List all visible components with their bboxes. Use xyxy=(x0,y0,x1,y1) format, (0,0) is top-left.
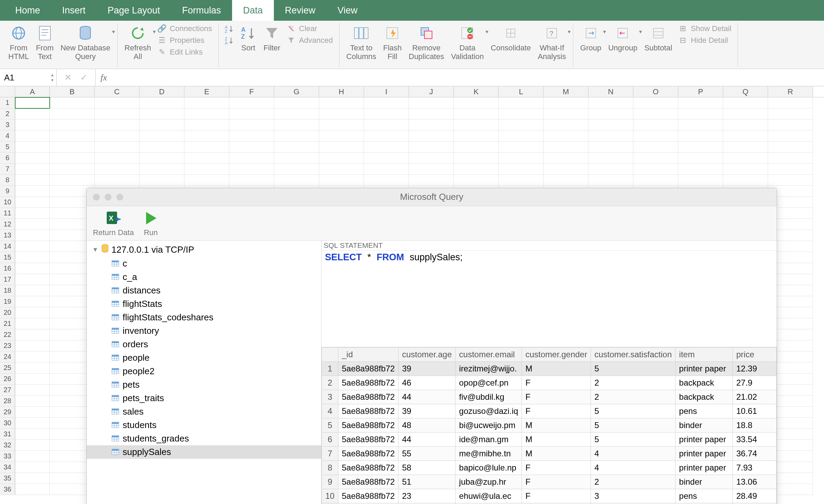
consolidate-button[interactable]: Consolidate xyxy=(487,23,534,54)
cell[interactable] xyxy=(588,164,633,175)
cell[interactable] xyxy=(768,119,813,130)
subtotal-button[interactable]: Subtotal xyxy=(641,23,676,54)
column-header[interactable]: R xyxy=(768,86,813,97)
tree-table-item[interactable]: flightStats_codeshares xyxy=(87,311,321,324)
row-header[interactable]: 29 xyxy=(0,407,15,418)
cell[interactable] xyxy=(319,130,364,142)
result-cell[interactable]: 5ae8a988fb72 xyxy=(338,489,399,503)
cell[interactable] xyxy=(723,130,768,142)
column-header[interactable]: P xyxy=(678,86,723,97)
cell[interactable] xyxy=(274,108,319,119)
row-header[interactable]: 10 xyxy=(0,197,15,208)
cell[interactable] xyxy=(15,318,50,329)
cell[interactable] xyxy=(499,175,544,186)
cell[interactable] xyxy=(723,119,768,130)
result-cell[interactable]: 2 xyxy=(591,390,676,404)
result-row[interactable]: 85ae8a988fb7258bapico@lule.npF4printer p… xyxy=(322,461,777,475)
cell[interactable] xyxy=(364,97,409,108)
sort-button[interactable]: AZ Sort xyxy=(237,23,260,54)
row-header[interactable]: 23 xyxy=(0,340,15,351)
tree-table-item[interactable]: people xyxy=(87,351,321,365)
run-button[interactable]: Run xyxy=(142,210,160,237)
what-if-button[interactable]: ?▼What-If Analysis xyxy=(534,23,569,63)
filter-button[interactable]: Filter xyxy=(260,23,284,54)
cell[interactable] xyxy=(364,164,409,175)
tree-table-item[interactable]: flightStats xyxy=(87,297,321,311)
cell[interactable] xyxy=(633,108,678,119)
cell[interactable] xyxy=(588,97,633,108)
result-cell[interactable]: 23 xyxy=(399,489,456,503)
row-header[interactable]: 19 xyxy=(0,296,15,307)
cell[interactable] xyxy=(319,97,364,108)
column-header[interactable]: E xyxy=(184,86,229,97)
cell[interactable] xyxy=(633,164,678,175)
data-validation-button[interactable]: ▼Data Validation xyxy=(448,23,487,63)
cell[interactable] xyxy=(15,252,50,263)
result-cell[interactable]: M xyxy=(522,447,591,461)
cell[interactable] xyxy=(95,119,140,130)
cell[interactable] xyxy=(140,130,184,142)
result-cell[interactable]: 4 xyxy=(591,461,676,475)
cell[interactable] xyxy=(499,119,544,130)
cell[interactable] xyxy=(723,153,768,164)
result-cell[interactable]: 5ae8a988fb72 xyxy=(338,461,399,475)
result-column-header[interactable]: customer.satisfaction xyxy=(591,348,676,362)
cell[interactable] xyxy=(454,130,499,142)
cell[interactable] xyxy=(678,175,723,186)
row-header[interactable]: 15 xyxy=(0,252,15,263)
row-header[interactable]: 17 xyxy=(0,274,15,285)
cell[interactable] xyxy=(50,142,95,153)
cell[interactable] xyxy=(15,263,50,274)
tree-table-item[interactable]: pets xyxy=(87,378,321,391)
cell[interactable] xyxy=(140,97,184,108)
row-header[interactable]: 7 xyxy=(0,164,15,175)
cell[interactable] xyxy=(184,142,229,153)
column-header[interactable]: I xyxy=(364,86,409,97)
result-row[interactable]: 105ae8a988fb7223ehuwi@ula.ecF3pens28.49 xyxy=(322,489,777,503)
column-header[interactable]: L xyxy=(499,86,544,97)
result-cell[interactable]: 2 xyxy=(591,475,676,489)
cell[interactable] xyxy=(15,230,50,241)
cell[interactable] xyxy=(274,142,319,153)
from-html-button[interactable]: From HTML xyxy=(5,23,32,63)
hide-detail-button[interactable]: ⊟Hide Detail xyxy=(678,36,731,45)
tree-table-item[interactable]: c xyxy=(87,257,321,270)
cell[interactable] xyxy=(544,97,588,108)
cell[interactable] xyxy=(95,97,140,108)
cell[interactable] xyxy=(140,119,184,130)
cell[interactable] xyxy=(454,153,499,164)
result-cell[interactable]: 12.39 xyxy=(733,362,777,376)
cell[interactable] xyxy=(15,186,50,197)
result-cell[interactable]: ehuwi@ula.ec xyxy=(456,489,522,503)
cell[interactable] xyxy=(544,119,588,130)
result-cell[interactable]: 5ae8a988fb72 xyxy=(338,376,399,390)
edit-links-button[interactable]: ✎Edit Links xyxy=(157,48,212,57)
cell[interactable] xyxy=(768,175,813,186)
cell[interactable] xyxy=(15,385,50,396)
result-cell[interactable]: pens xyxy=(676,489,733,503)
cell[interactable] xyxy=(409,119,454,130)
cell[interactable] xyxy=(319,108,364,119)
result-cell[interactable]: 7.93 xyxy=(733,461,777,475)
cell[interactable] xyxy=(15,175,50,186)
row-header[interactable]: 21 xyxy=(0,318,15,329)
column-header[interactable]: M xyxy=(544,86,588,97)
result-cell[interactable]: 44 xyxy=(399,390,456,404)
ribbon-tab-data[interactable]: Data xyxy=(232,0,274,21)
result-column-header[interactable]: customer.gender xyxy=(522,348,591,362)
cell[interactable] xyxy=(768,97,813,108)
result-cell[interactable]: 5ae8a988fb72 xyxy=(338,475,399,489)
result-cell[interactable]: 3 xyxy=(591,489,676,503)
cell[interactable] xyxy=(15,429,50,440)
chevron-down-icon[interactable]: ▼ xyxy=(111,29,116,35)
cell[interactable] xyxy=(499,97,544,108)
cell[interactable] xyxy=(15,108,50,119)
result-cell[interactable]: F xyxy=(522,404,591,418)
query-titlebar[interactable]: Microsoft Query xyxy=(87,188,777,206)
cell[interactable] xyxy=(95,175,140,186)
cell[interactable] xyxy=(15,307,50,318)
cell[interactable] xyxy=(364,153,409,164)
cell[interactable] xyxy=(15,473,50,484)
cell[interactable] xyxy=(229,97,274,108)
result-cell[interactable]: bapico@lule.np xyxy=(456,461,522,475)
